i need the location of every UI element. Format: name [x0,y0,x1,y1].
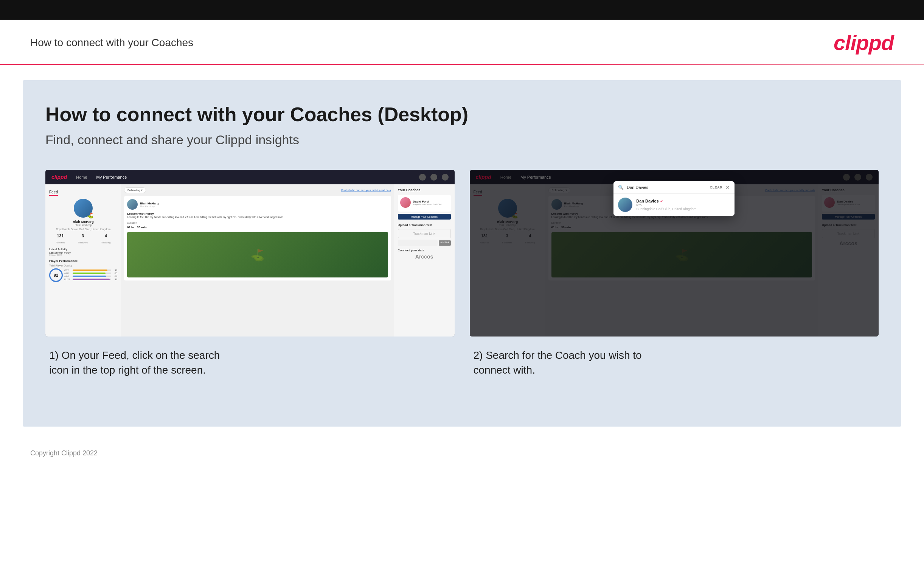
screenshot-panel-1: clippd Home My Performance Feed [45,170,455,377]
ss-feed-label: Feed [49,190,58,196]
ss-bars: OTT 90 APP 85 ARG [64,269,117,281]
ss-result-name: Dan Davies ✓ [636,199,696,203]
ss-following-btn[interactable]: Following ▾ [124,187,146,193]
ss-coach-name: David Ford [413,200,442,203]
ss-lesson-title: Lesson with Fordy [127,212,388,215]
ss-search-modal: 🔍 Dan Davies CLEAR ✕ Dan Davies ✓ [613,181,735,216]
header: How to connect with your Coaches clippd [0,19,924,64]
ss-post-user: Blair McHarg Plus Handicap [127,199,388,210]
ss-bar-arg: ARG 86 [64,275,117,278]
caption-area-2: 2) Search for the Coach you wish toconne… [470,336,879,377]
ss-post-meta: Plus Handicap [140,205,159,208]
ss-post-duration: 01 hr : 30 min [127,226,388,229]
ss-result-avatar [618,198,633,212]
ss-score-circle: 92 [49,268,63,282]
ss-close-btn[interactable]: ✕ [725,184,730,190]
ss-nav-logo: clippd [52,174,67,180]
screenshot-frame-1: clippd Home My Performance Feed [45,170,455,336]
ss-trackman-box: Trackman Link [398,229,451,238]
ss-trackman-label: Trackman Link [401,232,448,235]
ss-latest-item: Lesson with Fordy [49,251,117,254]
ss-middle-panel: Following ▾ Control who can see your act… [121,184,394,336]
ss-latest-date: 03 Aug 2022 [49,254,117,256]
ss-user-nav-icon [430,174,437,180]
ss-quality-row: 92 OTT 90 APP 85 [49,268,117,282]
ss-result-info: Dan Davies ✓ Pro Sunningdale Golf Club, … [636,199,696,211]
ss-profile-subtitle: Plus Handicap [49,224,117,226]
clippd-logo: clippd [833,30,894,55]
ss-arccos: Arccos [398,253,451,260]
ss-latest-label: Latest Activity [49,248,117,250]
ss-post-time: Duration [127,221,388,224]
ss-left-panel: Feed Blair McHarg Plus Handicap Royal No… [45,184,121,336]
page-title: How to connect with your Coaches [30,37,193,49]
ss-stat-followers: 3 Followers [78,234,88,245]
footer-copyright: Copyright Clippd 2022 [30,449,97,457]
ss-activities-label: Activities [56,242,65,244]
ss-following-num: 4 [101,234,110,238]
ss-settings-nav-icon [442,174,448,180]
ss-coach-card: David Ford Royal North Devon Golf Club [398,195,451,212]
ss-result-item[interactable]: Dan Davies ✓ Pro Sunningdale Golf Club, … [613,194,735,216]
top-bar [0,0,924,19]
ss-followers-num: 3 [78,234,88,238]
ss-upload-title: Upload a Trackman Test [398,223,451,227]
ss-post-name: Blair McHarg [140,202,159,205]
ss-result-role: Pro [636,203,696,207]
ss-nav-1: clippd Home My Performance [45,170,455,184]
ss-following-bar: Following ▾ Control who can see your act… [124,187,391,193]
ss-right-panel: Your Coaches David Ford Royal North Devo… [394,184,455,336]
ss-bar-ott: OTT 90 [64,269,117,271]
ss-body-1: Feed Blair McHarg Plus Handicap Royal No… [45,184,455,336]
ss-input-row: Add Link [398,240,451,246]
ss-result-club: Sunningdale Golf Club, United Kingdom [636,207,696,211]
ss-search-input[interactable]: Dan Davies [627,185,707,190]
ss-stats: 131 Activities 3 Followers 4 Following [49,234,117,245]
ss-coach-club: Royal North Devon Golf Club [413,203,442,206]
main-subheading: Find, connect and share your Clippd insi… [45,133,879,147]
ss-connect-title: Connect your data [398,249,451,252]
ss-following-label: Following [101,242,110,244]
ss-post-card: Blair McHarg Plus Handicap Lesson with F… [124,196,391,281]
ss-coach-avatar [400,197,411,208]
ss-nav-icons [419,174,448,180]
ss-clear-btn[interactable]: CLEAR [710,185,723,189]
ss-profile-club: Royal North Devon Golf Club, United King… [49,228,117,231]
ss-coach-row: David Ford Royal North Devon Golf Club [400,197,448,208]
ss-post-avatar [127,199,138,210]
ss-quality-label: Total Player Quality [49,264,117,267]
caption-text-1: 1) On your Feed, click on the searchicon… [49,348,451,377]
ss-search-nav-icon [419,174,426,180]
ss-control-link[interactable]: Control who can see your activity and da… [341,189,391,192]
ss-followers-label: Followers [78,242,88,244]
caption-area-1: 1) On your Feed, click on the searchicon… [45,336,455,377]
ss-stat-following: 4 Following [101,234,110,245]
ss-add-link-btn[interactable]: Add Link [439,240,450,246]
ss-trackman-input[interactable] [398,240,438,246]
ss-bar-app: APP 85 [64,272,117,274]
ss-stat-activities: 131 Activities [56,234,65,245]
header-divider [0,64,924,65]
ss-search-icon: 🔍 [618,185,624,190]
screenshot-panel-2: clippd Home My Performance Feed Blair Mc… [470,170,879,377]
footer: Copyright Clippd 2022 [0,442,924,465]
ss-activities-num: 131 [56,234,65,238]
ss-coaches-title: Your Coaches [398,188,451,192]
ss-manage-btn[interactable]: Manage Your Coaches [398,214,451,219]
ss-profile-img [74,199,93,218]
ss-search-overlay: 🔍 Dan Davies CLEAR ✕ Dan Davies ✓ [470,170,879,336]
screenshot-frame-2: clippd Home My Performance Feed Blair Mc… [470,170,879,336]
screenshots-row: clippd Home My Performance Feed [45,170,879,377]
ss-nav-performance: My Performance [96,175,127,179]
ss-post-text: Looking to feel like my hands are exitin… [127,215,388,219]
ss-nav-home: Home [76,175,87,179]
ss-post-image [127,232,388,278]
ss-verified-badge: ✓ [660,199,663,203]
main-heading: How to connect with your Coaches (Deskto… [45,103,879,126]
caption-text-2: 2) Search for the Coach you wish toconne… [474,348,875,377]
main-content: How to connect with your Coaches (Deskto… [23,80,901,427]
ss-profile-name: Blair McHarg [49,220,117,224]
ss-player-label: Player Performance [49,259,117,263]
ss-search-bar: 🔍 Dan Davies CLEAR ✕ [613,181,735,194]
ss-bar-putt: PUTT 96 [64,278,117,281]
